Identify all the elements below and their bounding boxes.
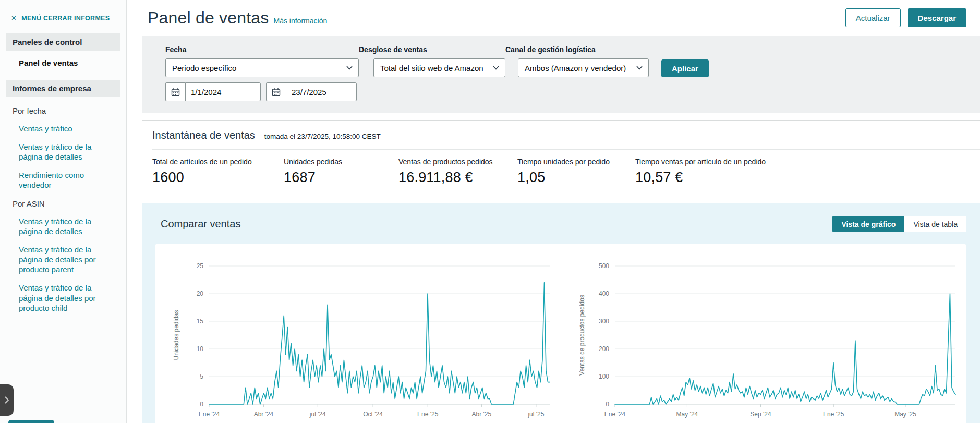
metric-value: 1600 [152, 170, 284, 186]
metric-label: Ventas de productos pedidos [398, 158, 517, 166]
svg-text:Sep '24: Sep '24 [751, 410, 772, 418]
sidebar-link-ventas-trafico-producto-parent[interactable]: Ventas y tráfico de la página de detalle… [0, 236, 126, 274]
svg-text:Abr '25: Abr '25 [471, 410, 491, 418]
metric-ordered-product-sales: Ventas de productos pedidos 16.911,88 € [398, 158, 517, 186]
svg-text:jul '25: jul '25 [527, 410, 544, 418]
chevron-down-icon [493, 66, 499, 70]
product-sales-chart: 0100200300400500Ventas de productos pedi… [565, 251, 962, 423]
svg-text:Ventas de productos pedidos: Ventas de productos pedidos [578, 295, 586, 376]
sidebar-section-informes-de-empresa: Informes de empresa [6, 80, 120, 97]
svg-text:15: 15 [196, 318, 203, 325]
svg-text:500: 500 [599, 262, 609, 270]
metric-value: 16.911,88 € [398, 170, 517, 186]
date-filter-label: Fecha [165, 45, 359, 54]
more-info-link[interactable]: Más información [274, 17, 328, 25]
metric-total-order-items: Total de artículos de un pedido 1600 [152, 158, 284, 186]
sidebar-link-rendimiento-como-vendedor[interactable]: Rendimiento como vendedor [0, 162, 126, 190]
metric-value: 10,57 € [635, 170, 766, 186]
metric-value: 1687 [284, 170, 398, 186]
svg-text:100: 100 [599, 373, 609, 380]
units-ordered-chart-pane: 0510152025Unidades pedidasEne '24Abr '24… [155, 251, 561, 423]
sidebar-section-paneles-de-control: Paneles de control [6, 33, 120, 51]
calendar-icon [171, 88, 180, 96]
graph-view-tab[interactable]: Vista de gráfico [832, 216, 904, 232]
sidebar-item-por-fecha: Por fecha [0, 97, 126, 115]
sales-breakdown-select[interactable]: Total del sitio web de Amazon [373, 58, 505, 77]
compare-sales-section: Comparar ventas Vista de gráfico Vista d… [142, 203, 980, 423]
svg-text:Ene '24: Ene '24 [604, 410, 626, 418]
svg-text:25: 25 [196, 262, 203, 270]
sidebar-item-por-asin: Por ASIN [0, 190, 126, 208]
svg-text:Ene '25: Ene '25 [417, 410, 439, 418]
svg-text:May '24: May '24 [676, 410, 698, 418]
page-title: Panel de ventas [148, 8, 269, 28]
svg-text:jul '24: jul '24 [309, 410, 326, 418]
calendar-from-button[interactable] [165, 82, 185, 101]
svg-text:Ene '25: Ene '25 [823, 410, 844, 418]
metric-label: Total de artículos de un pedido [152, 158, 284, 166]
product-sales-chart-pane: 0100200300400500Ventas de productos pedi… [561, 251, 967, 423]
snapshot-metrics: Total de artículos de un pedido 1600 Uni… [152, 150, 980, 186]
fulfillment-channel-select[interactable]: Ambos (Amazon y vendedor) [518, 58, 649, 77]
date-range-select[interactable]: Periodo específico [165, 58, 359, 77]
header-actions: Actualizar Descargar [845, 8, 966, 27]
date-from-input[interactable] [185, 82, 261, 101]
svg-text:10: 10 [196, 345, 203, 353]
chevron-down-icon [346, 66, 353, 70]
table-view-tab[interactable]: Vista de tabla [904, 216, 966, 232]
channel-filter-label: Canal de gestión logística [505, 45, 649, 54]
close-reports-menu-button[interactable]: ✕ MENÚ CERRAR INFORMES [11, 14, 126, 22]
apply-button[interactable]: Aplicar [661, 59, 709, 77]
charts-card: 0510152025Unidades pedidasEne '24Abr '24… [155, 244, 966, 423]
metric-avg-units-per-order: Tiempo unidades por pedido 1,05 [517, 158, 635, 186]
sidebar-link-ventas-y-trafico[interactable]: Ventas y tráfico [0, 115, 126, 134]
svg-text:0: 0 [606, 401, 610, 408]
calendar-icon [272, 88, 281, 96]
chevron-right-icon [4, 396, 9, 404]
sidebar-link-ventas-trafico-pagina-detalles[interactable]: Ventas y tráfico de la página de detalle… [0, 134, 126, 162]
metric-label: Unidades pedidas [284, 158, 398, 166]
svg-text:300: 300 [599, 318, 609, 325]
sidebar-link-ventas-trafico-pagina-detalles-asin[interactable]: Ventas y tráfico de la página de detalle… [0, 208, 126, 236]
close-reports-menu-label: MENÚ CERRAR INFORMES [21, 15, 110, 22]
sidebar-item-panel-de-ventas[interactable]: Panel de ventas [0, 51, 126, 68]
metric-label: Tiempo unidades por pedido [517, 158, 635, 166]
svg-text:Oct '24: Oct '24 [363, 410, 383, 418]
units-ordered-chart: 0510152025Unidades pedidasEne '24Abr '24… [160, 251, 556, 423]
date-from-group [165, 82, 261, 101]
sales-snapshot-section: Instantánea de ventas tomada el 23/7/202… [142, 120, 980, 194]
svg-text:400: 400 [599, 290, 609, 297]
date-range-value: Periodo específico [172, 64, 236, 72]
date-to-input[interactable] [286, 82, 357, 101]
svg-text:200: 200 [599, 345, 609, 353]
svg-text:0: 0 [200, 401, 203, 408]
snapshot-timestamp: tomada el 23/7/2025, 10:58:00 CEST [264, 132, 381, 140]
fulfillment-channel-value: Ambos (Amazon y vendedor) [525, 64, 626, 72]
download-button[interactable]: Descargar [908, 8, 966, 27]
calendar-to-button[interactable] [266, 82, 286, 101]
svg-text:5: 5 [200, 373, 203, 380]
metric-value: 1,05 [517, 170, 635, 186]
main-content: Panel de ventas Más información Actualiz… [127, 0, 980, 423]
panel-expander-handle[interactable] [0, 384, 14, 416]
page-header: Panel de ventas Más información Actualiz… [127, 0, 980, 28]
sales-breakdown-value: Total del sitio web de Amazon [380, 64, 483, 72]
svg-text:Abr '24: Abr '24 [253, 410, 273, 418]
svg-text:Ene '24: Ene '24 [199, 410, 220, 418]
breakdown-filter-label: Desglose de ventas [359, 45, 505, 54]
sidebar-link-ventas-trafico-producto-child[interactable]: Ventas y tráfico de la página de detalle… [0, 274, 126, 312]
close-icon: ✕ [11, 14, 17, 22]
svg-text:May '25: May '25 [894, 410, 916, 418]
svg-text:20: 20 [196, 290, 203, 297]
refresh-button[interactable]: Actualizar [845, 8, 901, 27]
filter-panel: Fecha Periodo específico Desglose de ven… [142, 36, 980, 113]
metric-avg-sales-per-item: Tiempo ventas por artículo de un pedido … [635, 158, 766, 186]
metric-units-ordered: Unidades pedidas 1687 [284, 158, 398, 186]
chevron-down-icon [636, 66, 643, 70]
svg-text:Unidades pedidas: Unidades pedidas [173, 310, 180, 360]
compare-sales-title: Comparar ventas [161, 218, 240, 230]
bottom-peek-button[interactable] [8, 420, 54, 423]
view-toggle: Vista de gráfico Vista de tabla [832, 216, 966, 232]
date-to-group [266, 82, 357, 101]
reports-sidebar: ✕ MENÚ CERRAR INFORMES Paneles de contro… [0, 0, 127, 423]
